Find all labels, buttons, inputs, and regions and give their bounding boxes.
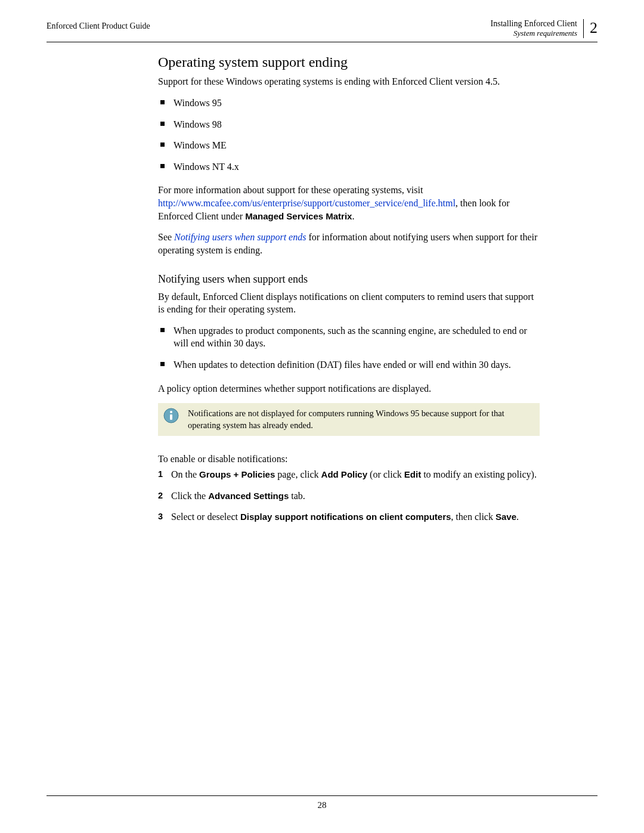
ui-label: Save (496, 512, 516, 522)
more-info-paragraph: For more information about support for t… (158, 184, 540, 222)
document-page: Enforced Client Product Guide Installing… (0, 0, 644, 833)
chapter-number: 2 (584, 19, 597, 38)
ui-label: Edit (404, 469, 421, 479)
info-icon (163, 408, 179, 431)
header-right-text: Installing Enforced Client System requir… (491, 19, 584, 38)
see-paragraph: See Notifying users when support ends fo… (158, 231, 540, 256)
ui-label: Advanced Settings (208, 491, 289, 501)
see-pre: See (158, 232, 174, 242)
os-list-item: Windows ME (158, 139, 540, 152)
os-list-item: Windows NT 4.x (158, 160, 540, 174)
note-text: Notifications are not displayed for comp… (188, 408, 534, 431)
policy-line: A policy option determines whether suppo… (158, 382, 540, 395)
more-info-post: . (352, 211, 354, 221)
svg-point-1 (170, 411, 172, 413)
ui-label: Groups + Policies (199, 469, 275, 479)
notify-list-item: When upgrades to product components, suc… (158, 324, 540, 350)
step-item: 3Select or deselect Display support noti… (158, 510, 540, 524)
ui-label: Display support notifications on client … (240, 512, 451, 522)
step-item: 1On the Groups + Policies page, click Ad… (158, 468, 540, 481)
intro-paragraph: Support for these Windows operating syst… (158, 75, 540, 88)
os-list-item: Windows 95 (158, 97, 540, 110)
notify-bullet-list: When upgrades to product components, suc… (158, 324, 540, 371)
page-content: Operating system support ending Support … (158, 52, 540, 532)
notify-list-item: When updates to detection definition (DA… (158, 358, 540, 371)
header-left: Enforced Client Product Guide (47, 21, 150, 31)
ui-label: Add Policy (321, 469, 368, 479)
more-info-pre: For more information about support for t… (158, 185, 423, 195)
step-item: 2Click the Advanced Settings tab. (158, 490, 540, 503)
notify-intro-paragraph: By default, Enforced Client displays not… (158, 290, 540, 316)
os-list-item: Windows 98 (158, 118, 540, 131)
note-box: Notifications are not displayed for comp… (158, 403, 540, 436)
step-number: 3 (158, 511, 163, 523)
subheading-notifying-users: Notifying users when support ends (158, 272, 540, 286)
dat-acronym: DAT (320, 360, 339, 370)
heading-os-support-ending: Operating system support ending (158, 52, 540, 72)
managed-services-matrix-label: Managed Services Matrix (245, 211, 352, 221)
header-section-title: System requirements (513, 29, 577, 38)
enable-intro: To enable or disable notifications: (158, 453, 540, 466)
step-number: 1 (158, 469, 163, 481)
steps-list: 1On the Groups + Policies page, click Ad… (158, 468, 540, 524)
footer-rule (47, 795, 597, 796)
header-chapter-title: Installing Enforced Client (491, 19, 577, 29)
svg-rect-2 (170, 414, 172, 420)
page-number: 28 (0, 800, 644, 810)
page-header: Enforced Client Product Guide Installing… (47, 21, 597, 42)
support-url-link[interactable]: http://www.mcafee.com/us/enterprise/supp… (158, 198, 456, 208)
notify-users-crossref-link[interactable]: Notifying users when support ends (174, 232, 306, 242)
os-bullet-list: Windows 95Windows 98Windows MEWindows NT… (158, 97, 540, 173)
header-right: Installing Enforced Client System requir… (491, 19, 597, 38)
step-number: 2 (158, 490, 163, 502)
